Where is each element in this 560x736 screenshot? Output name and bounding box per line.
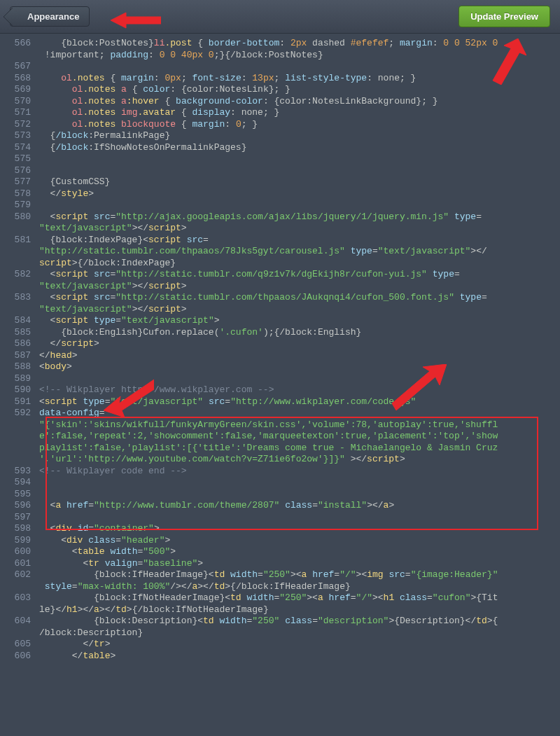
code-line[interactable]: 578 </style> <box>0 188 560 200</box>
code-line[interactable]: 605 </tr> <box>0 639 560 651</box>
code-line[interactable]: 574 {/block:IfShowNotesOnPermalinkPages} <box>0 142 560 154</box>
code-line[interactable]: ','url':'http://www.youtube.com/watch?v=… <box>0 454 560 466</box>
code-line[interactable]: !important; padding: 0 0 40px 0;}{/block… <box>0 50 560 62</box>
code-line[interactable]: "{'skin':'skins/wikfull/funkyArmyGreen/s… <box>0 419 560 431</box>
code-line[interactable]: 588<body> <box>0 361 560 373</box>
code-content[interactable] <box>39 477 560 489</box>
code-line[interactable]: /block:Description} <box>0 627 560 639</box>
code-line[interactable]: 595 <box>0 489 560 501</box>
appearance-back-button[interactable]: Appearance <box>10 6 90 27</box>
code-content[interactable]: </style> <box>39 188 560 200</box>
code-content[interactable]: "text/javascript"></script> <box>39 223 560 235</box>
code-content[interactable]: {CustomCSS} <box>39 176 560 188</box>
code-line[interactable]: "text/javascript"></script> <box>0 304 560 316</box>
code-content[interactable]: <script type="text/javascript"> <box>39 315 560 327</box>
code-line[interactable]: playlist':false,'playlist':[{'title':'Dr… <box>0 443 560 454</box>
code-content[interactable]: script>{/block:IndexPage} <box>39 258 560 270</box>
code-content[interactable] <box>39 153 560 165</box>
code-content[interactable] <box>39 512 560 524</box>
code-line[interactable]: 591<script type="text/javascript" src="h… <box>0 396 560 408</box>
code-line[interactable]: 589 <box>0 373 560 385</box>
code-line[interactable]: 584 <script type="text/javascript"> <box>0 315 560 327</box>
update-preview-button[interactable]: Update Preview <box>458 6 550 27</box>
code-content[interactable]: </head> <box>39 350 560 362</box>
code-line[interactable]: "text/javascript"></script> <box>0 223 560 235</box>
code-content[interactable]: ol.notes img.avatar { display: none; } <box>39 107 560 119</box>
code-content[interactable]: <a href="http://www.tumblr.com/theme/280… <box>39 500 560 512</box>
code-content[interactable]: "text/javascript"></script> <box>39 304 560 316</box>
code-content[interactable]: <table width="500"> <box>39 546 560 558</box>
code-content[interactable]: ','url':'http://www.youtube.com/watch?v=… <box>39 454 560 466</box>
code-content[interactable]: {/block:PermalinkPage} <box>39 130 560 142</box>
code-content[interactable]: <script src="http://ajax.googleapis.com/… <box>39 211 560 223</box>
code-line[interactable]: 566 {block:PostNotes}li.post { border-bo… <box>0 38 560 50</box>
code-line[interactable]: 576 <box>0 165 560 177</box>
code-line[interactable]: 606 </table> <box>0 651 560 662</box>
code-content[interactable]: style="max-width: 100%"/></a></td>{/bloc… <box>39 581 560 593</box>
code-content[interactable]: {block:IndexPage}<script src= <box>39 235 560 247</box>
code-line[interactable]: 587</head> <box>0 350 560 362</box>
code-content[interactable]: <!-- Wikplayer code end --> <box>39 466 560 478</box>
code-line[interactable]: 594 <box>0 477 560 489</box>
code-content[interactable]: "http://static.tumblr.com/thpaaos/78Jks5… <box>39 246 560 258</box>
code-line[interactable]: 580 <script src="http://ajax.googleapis.… <box>0 211 560 223</box>
code-content[interactable]: !important; padding: 0 0 40px 0;}{/block… <box>39 50 560 62</box>
code-content[interactable]: {block:IfNotHeaderImage}<td width="250">… <box>39 592 560 604</box>
code-content[interactable]: "{'skin':'skins/wikfull/funkyArmyGreen/s… <box>39 419 560 431</box>
code-line[interactable]: script>{/block:IndexPage} <box>0 258 560 270</box>
code-line[interactable]: 583 <script src="http://static.tumblr.co… <box>0 292 560 304</box>
code-line[interactable]: 573 {/block:PermalinkPage} <box>0 130 560 142</box>
code-content[interactable]: ol.notes a:hover { background-color: {co… <box>39 96 560 108</box>
code-content[interactable]: {/block:IfShowNotesOnPermalinkPages} <box>39 142 560 154</box>
code-content[interactable]: </table> <box>39 651 560 662</box>
code-line[interactable]: 586 </script> <box>0 338 560 350</box>
code-content[interactable] <box>39 165 560 177</box>
code-line[interactable]: style="max-width: 100%"/></a></td>{/bloc… <box>0 581 560 593</box>
code-line[interactable]: "http://static.tumblr.com/thpaaos/78Jks5… <box>0 246 560 258</box>
code-content[interactable]: ol.notes { margin: 0px; font-size: 13px;… <box>39 73 560 85</box>
code-editor[interactable]: 566 {block:PostNotes}li.post { border-bo… <box>0 34 560 662</box>
code-line[interactable]: 579 <box>0 200 560 211</box>
code-content[interactable]: {block:Description}<td width="250" class… <box>39 616 560 627</box>
code-line[interactable]: 571 ol.notes img.avatar { display: none;… <box>0 107 560 119</box>
code-line[interactable]: 597 <box>0 512 560 524</box>
code-line[interactable]: 593<!-- Wikplayer code end --> <box>0 466 560 478</box>
code-content[interactable]: "text/javascript"></script> <box>39 281 560 293</box>
code-content[interactable]: ol.notes a { color: {color:NotesLink}; } <box>39 84 560 96</box>
code-content[interactable]: <div class="header"> <box>39 535 560 547</box>
code-line[interactable]: 600 <table width="500"> <box>0 546 560 558</box>
code-line[interactable]: 603 {block:IfNotHeaderImage}<td width="2… <box>0 592 560 604</box>
code-line[interactable]: le}</h1></a></td>{/block:IfNotHeaderImag… <box>0 604 560 616</box>
code-line[interactable]: 575 <box>0 153 560 165</box>
code-line[interactable]: 572 ol.notes blockquote { margin: 0; } <box>0 119 560 131</box>
code-content[interactable]: le}</h1></a></td>{/block:IfNotHeaderImag… <box>39 604 560 616</box>
code-content[interactable]: <script src="http://static.tumblr.com/th… <box>39 292 560 304</box>
code-content[interactable]: e':false,'repeat':2,'showcomment':false,… <box>39 431 560 443</box>
code-line[interactable]: "text/javascript"></script> <box>0 281 560 293</box>
code-content[interactable] <box>39 61 560 73</box>
code-line[interactable]: 569 ol.notes a { color: {color:NotesLink… <box>0 84 560 96</box>
code-line[interactable]: 585 {block:English}Cufon.replace('.cufon… <box>0 327 560 339</box>
code-line[interactable]: 582 <script src="http://static.tumblr.co… <box>0 269 560 281</box>
code-line[interactable]: e':false,'repeat':2,'showcomment':false,… <box>0 431 560 443</box>
code-line[interactable]: 604 {block:Description}<td width="250" c… <box>0 616 560 627</box>
code-line[interactable]: 598 <div id="container"> <box>0 523 560 535</box>
code-content[interactable]: {block:PostNotes}li.post { border-bottom… <box>39 38 560 50</box>
code-content[interactable] <box>39 489 560 501</box>
code-line[interactable]: 601 <tr valign="baseline"> <box>0 558 560 570</box>
code-content[interactable]: {block:IfHeaderImage}<td width="250"><a … <box>39 569 560 581</box>
code-content[interactable]: <div id="container"> <box>39 523 560 535</box>
code-content[interactable]: playlist':false,'playlist':[{'title':'Dr… <box>39 443 560 454</box>
code-line[interactable]: 568 ol.notes { margin: 0px; font-size: 1… <box>0 73 560 85</box>
code-content[interactable] <box>39 200 560 211</box>
code-line[interactable]: 567 <box>0 61 560 73</box>
code-line[interactable]: 592data-config= <box>0 408 560 419</box>
code-line[interactable]: 577 {CustomCSS} <box>0 176 560 188</box>
code-line[interactable]: 599 <div class="header"> <box>0 535 560 547</box>
code-line[interactable]: 602 {block:IfHeaderImage}<td width="250"… <box>0 569 560 581</box>
code-line[interactable]: 596 <a href="http://www.tumblr.com/theme… <box>0 500 560 512</box>
code-line[interactable]: 570 ol.notes a:hover { background-color:… <box>0 96 560 108</box>
code-content[interactable]: <body> <box>39 361 560 373</box>
code-content[interactable]: {block:English}Cufon.replace('.cufon');{… <box>39 327 560 339</box>
code-content[interactable]: <script src="http://static.tumblr.com/q9… <box>39 269 560 281</box>
